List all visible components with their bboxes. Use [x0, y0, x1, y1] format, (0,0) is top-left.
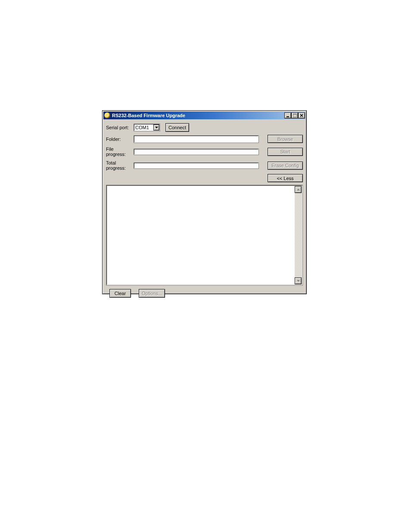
serial-port-row: Serial port: COM1 Connect	[106, 124, 303, 131]
scroll-down-icon[interactable]	[295, 277, 302, 284]
log-frame	[106, 185, 303, 286]
log-panel	[106, 185, 303, 286]
total-progress-bar	[134, 162, 259, 169]
scroll-track[interactable]	[295, 193, 302, 277]
log-scrollbar[interactable]	[295, 186, 302, 284]
titlebar: RS232-Based Firmware Upgrade	[103, 112, 305, 119]
client-area: Serial port: COM1 Connect Folder: Browse…	[103, 120, 306, 300]
window-title: RS232-Based Firmware Upgrade	[112, 113, 284, 118]
less-button[interactable]: << Less	[268, 174, 303, 182]
app-icon	[104, 112, 110, 118]
combo-arrow-icon[interactable]	[153, 124, 159, 131]
options-button[interactable]: Options...	[139, 289, 165, 298]
svg-rect-0	[286, 116, 289, 117]
close-button[interactable]	[298, 112, 305, 118]
total-progress-label: Total progress:	[106, 160, 134, 171]
folder-label: Folder:	[106, 137, 134, 142]
browse-button[interactable]: Browse	[268, 135, 303, 143]
scroll-up-icon[interactable]	[295, 186, 302, 193]
file-progress-bar	[134, 149, 259, 155]
minimize-button[interactable]	[284, 112, 291, 118]
titlebar-buttons	[284, 112, 305, 118]
clear-button[interactable]: Clear	[109, 289, 131, 298]
maximize-button[interactable]	[291, 112, 298, 118]
erase-config-button[interactable]: Erase Config	[268, 162, 303, 170]
bottom-bar: Clear Options...	[106, 289, 303, 298]
serial-port-label: Serial port:	[106, 125, 134, 130]
log-text	[107, 186, 302, 188]
start-button[interactable]: Start	[268, 148, 303, 156]
firmware-upgrade-window: RS232-Based Firmware Upgrade Serial port…	[102, 110, 307, 294]
serial-port-combo[interactable]: COM1	[134, 124, 160, 131]
svg-rect-2	[293, 114, 297, 115]
folder-field[interactable]	[134, 135, 259, 143]
file-progress-label: File progress:	[106, 146, 134, 157]
log-textarea[interactable]	[107, 186, 302, 284]
connect-button[interactable]: Connect	[165, 123, 189, 132]
serial-port-value: COM1	[135, 125, 149, 130]
form-grid: Folder: Browse File progress: Start Tota…	[106, 135, 303, 182]
